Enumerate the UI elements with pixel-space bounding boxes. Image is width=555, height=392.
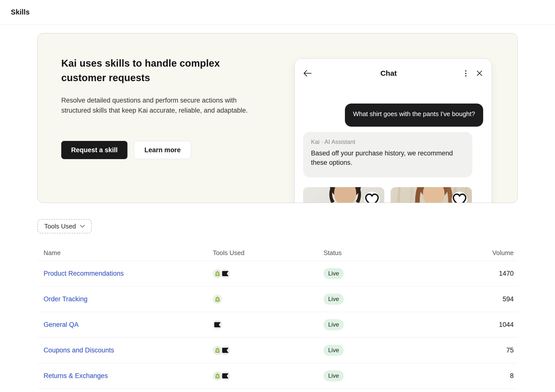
volume-value: 1470 — [434, 270, 514, 277]
table-body: Product Recommendations S Live 1470 Orde… — [37, 261, 518, 389]
assistant-label: Kai · AI Assistant — [311, 138, 464, 145]
back-arrow-icon[interactable] — [303, 69, 312, 77]
skill-link[interactable]: Returns & Exchanges — [44, 372, 108, 379]
status-badge: Live — [324, 319, 344, 330]
column-header-tools: Tools Used — [213, 249, 324, 257]
volume-value: 594 — [434, 295, 514, 303]
tools-used-filter-label: Tools Used — [44, 223, 76, 230]
table-row: Order Tracking S Live 594 — [37, 286, 518, 312]
status-badge: Live — [324, 370, 344, 381]
shopify-icon: S — [213, 295, 222, 304]
hero-description: Resolve detailed questions and perform s… — [61, 95, 267, 115]
shopify-icon: S — [213, 269, 222, 278]
request-skill-button[interactable]: Request a skill — [61, 141, 127, 159]
tools-cell — [213, 320, 324, 330]
skill-link[interactable]: General QA — [44, 321, 79, 328]
app-header: Skills — [0, 0, 555, 25]
svg-text:S: S — [216, 375, 218, 378]
column-header-status: Status — [324, 249, 434, 257]
heart-icon — [364, 192, 380, 203]
status-badge: Live — [324, 294, 344, 305]
table-row: Returns & Exchanges S Live 8 — [37, 363, 518, 389]
hero-heading: Kai uses skills to handle complex custom… — [61, 56, 258, 85]
chat-header-actions — [465, 70, 483, 77]
page-title: Skills — [11, 8, 30, 16]
hero-buttons: Request a skill Learn more — [61, 141, 273, 159]
table-row: General QA Live 1044 — [37, 312, 518, 338]
table-row: Product Recommendations S Live 1470 — [37, 261, 518, 286]
tools-cell: S — [213, 346, 324, 355]
column-header-volume: Volume — [434, 249, 514, 257]
product-recommendations-row — [303, 187, 483, 203]
tools-cell: S — [213, 269, 324, 278]
skill-link[interactable]: Product Recommendations — [44, 270, 124, 277]
volume-value: 8 — [434, 372, 514, 380]
hero-banner: Kai uses skills to handle complex custom… — [37, 33, 518, 203]
kebab-menu-icon[interactable] — [465, 70, 466, 76]
tools-cell: S — [213, 371, 324, 381]
close-icon[interactable] — [476, 70, 483, 77]
skill-link[interactable]: Order Tracking — [44, 295, 88, 303]
chat-header: Chat — [303, 66, 483, 80]
assistant-text: Based off your purchase history, we reco… — [311, 149, 464, 167]
favorite-button[interactable] — [364, 192, 380, 203]
product-photo-2 — [391, 187, 472, 203]
skills-table: Name Tools Used Status Volume Product Re… — [37, 245, 518, 389]
favorite-button[interactable] — [452, 192, 467, 203]
tools-cell: S — [213, 295, 324, 304]
chevron-down-icon — [80, 225, 85, 228]
main-content: Kai uses skills to handle complex custom… — [37, 33, 518, 389]
assistant-message-bubble: Kai · AI Assistant Based off your purcha… — [303, 132, 472, 177]
chat-mockup: Chat What shirt goes with the pants I've… — [294, 59, 492, 203]
table-header: Name Tools Used Status Volume — [37, 245, 518, 261]
heart-icon — [452, 192, 467, 203]
status-badge: Live — [324, 268, 344, 279]
tools-used-filter[interactable]: Tools Used — [37, 219, 92, 233]
svg-text:S: S — [216, 272, 218, 276]
user-message-bubble: What shirt goes with the pants I've boug… — [345, 104, 483, 127]
chat-title: Chat — [380, 69, 397, 77]
shopify-icon: S — [213, 371, 222, 381]
shopify-icon: S — [213, 346, 222, 355]
svg-text:S: S — [216, 298, 218, 301]
flag-icon — [213, 320, 222, 330]
status-badge: Live — [324, 345, 344, 356]
column-header-name: Name — [44, 249, 213, 257]
volume-value: 75 — [434, 347, 514, 354]
volume-value: 1044 — [434, 321, 514, 329]
svg-text:S: S — [216, 349, 218, 352]
hero-copy: Kai uses skills to handle complex custom… — [61, 56, 273, 159]
learn-more-button[interactable]: Learn more — [134, 141, 191, 159]
table-row: Coupons and Discounts S Live 75 — [37, 338, 518, 363]
product-photo-1 — [303, 187, 384, 203]
skill-link[interactable]: Coupons and Discounts — [44, 347, 114, 354]
